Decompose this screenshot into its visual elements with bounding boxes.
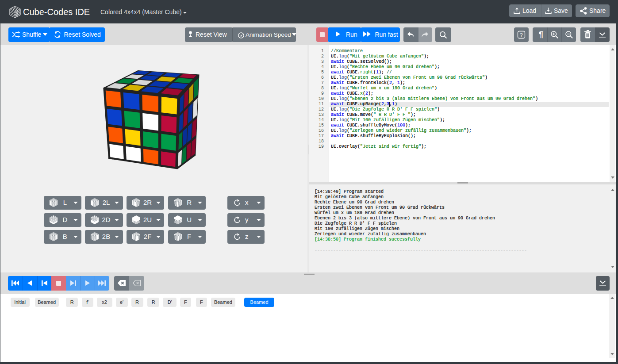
svg-text:?: ? xyxy=(520,32,522,38)
